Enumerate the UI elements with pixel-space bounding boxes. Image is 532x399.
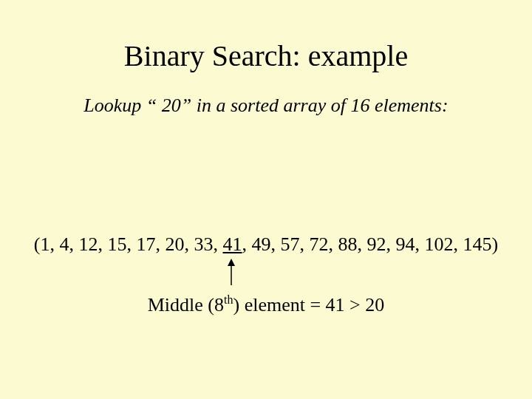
slide-title: Binary Search: example	[0, 38, 532, 73]
middle-caption: Middle (8th) element = 41 > 20	[0, 294, 532, 316]
array-mid-element: 41	[223, 233, 242, 255]
slide-subtitle: Lookup “ 20” in a sorted array of 16 ele…	[0, 95, 532, 117]
array-before-mid: 1, 4, 12, 15, 17, 20, 33,	[41, 233, 223, 255]
middle-ordinal-sup: th	[224, 293, 233, 306]
slide: Binary Search: example Lookup “ 20” in a…	[0, 0, 532, 399]
svg-marker-1	[228, 259, 235, 266]
array-open-paren: (	[34, 233, 41, 255]
up-arrow-icon	[226, 259, 236, 285]
array-display: (1, 4, 12, 15, 17, 20, 33, 41, 49, 57, 7…	[0, 233, 532, 256]
middle-prefix: Middle (8	[148, 294, 224, 316]
array-close-paren: )	[492, 233, 499, 255]
middle-suffix: ) element = 41 > 20	[233, 294, 384, 316]
array-after-mid: , 49, 57, 72, 88, 92, 94, 102, 145	[242, 233, 492, 255]
